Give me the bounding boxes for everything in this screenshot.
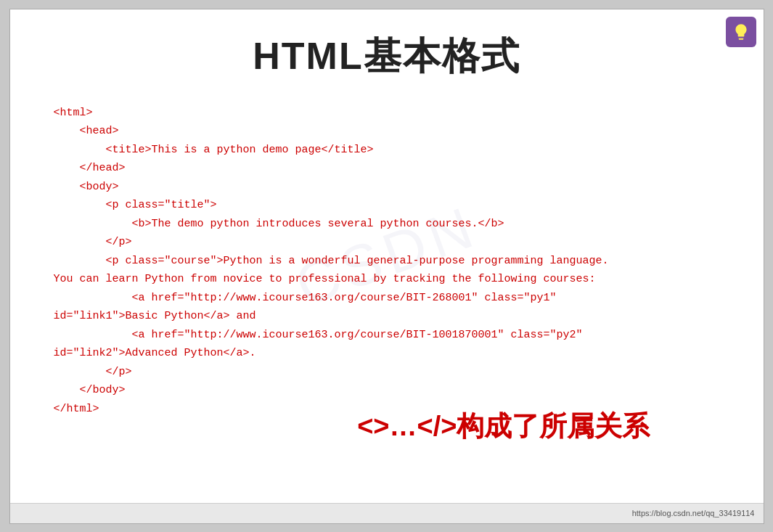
code-line-8: </p> [54, 233, 720, 252]
code-line-4: </head> [54, 159, 720, 178]
lightbulb-icon [732, 22, 750, 41]
code-line-9: <p class="course">Python is a wonderful … [54, 252, 720, 271]
code-line-11: <a href="http://www.icourse163.org/cours… [54, 289, 720, 308]
code-line-13: <a href="http://www.icourse163.org/cours… [54, 326, 720, 345]
code-line-5: <body> [54, 178, 720, 197]
lightbulb-button[interactable] [726, 17, 756, 47]
code-line-15: </p> [54, 363, 720, 382]
code-line-16: </body> [54, 381, 720, 400]
annotation-text: <>…</>构成了所属关系 [357, 408, 650, 445]
footer-url: https://blog.csdn.net/qq_33419114 [632, 509, 755, 517]
code-line-1: <html> [54, 104, 720, 123]
slide-main: CSDN HTML基本格式 <html> <head> <title>This … [10, 9, 764, 503]
code-line-6: <p class="title"> [54, 196, 720, 215]
code-line-10: You can learn Python from novice to prof… [54, 270, 720, 289]
code-line-7: <b>The demo python introduces several py… [54, 215, 720, 234]
code-block: <html> <head> <title>This is a python de… [54, 104, 720, 419]
code-line-12: id="link1">Basic Python</a> and [54, 307, 720, 326]
code-line-3: <title>This is a python demo page</title… [54, 141, 720, 160]
slide-footer: https://blog.csdn.net/qq_33419114 [10, 503, 764, 523]
code-wrapper: <html> <head> <title>This is a python de… [54, 104, 720, 419]
code-line-14: id="link2">Advanced Python</a>. [54, 344, 720, 363]
code-line-2: <head> [54, 122, 720, 141]
slide-container: CSDN HTML基本格式 <html> <head> <title>This … [9, 9, 764, 524]
slide-title: HTML基本格式 [54, 31, 720, 82]
